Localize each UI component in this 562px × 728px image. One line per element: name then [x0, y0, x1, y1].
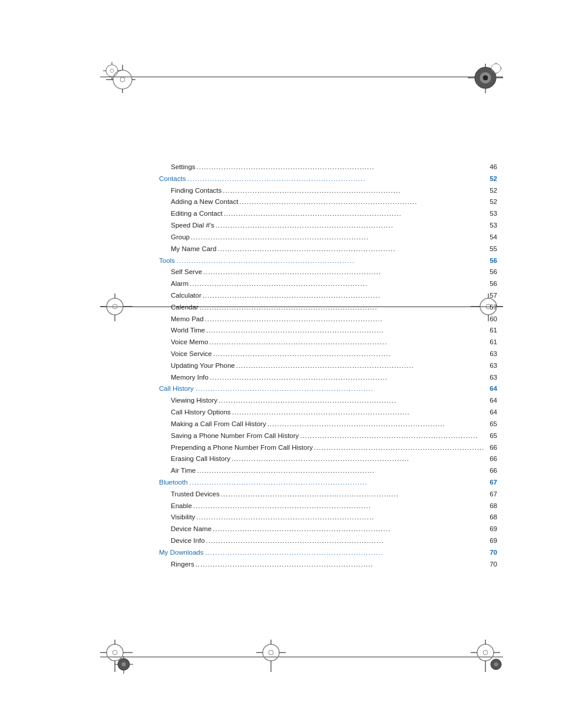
toc-entry-page: 52 — [484, 186, 497, 196]
toc-entry-page: 61 — [484, 337, 497, 348]
toc-section: My Downloads ...........................… — [159, 548, 497, 558]
toc-entry-page: 66 — [484, 454, 497, 465]
toc-entry-dots: ........................................… — [196, 162, 484, 173]
svg-point-19 — [491, 64, 501, 73]
toc-entry-label: Device Name — [171, 524, 211, 535]
toc-entry-label: Group — [171, 232, 190, 243]
svg-point-37 — [113, 650, 117, 655]
toc-section-dots: ........................................… — [175, 256, 484, 266]
toc-entry-dots: ........................................… — [216, 244, 484, 255]
toc-entry-page: 69 — [484, 536, 497, 546]
toc-entry: Air Time ...............................… — [159, 466, 497, 476]
svg-point-61 — [494, 663, 498, 667]
toc-entry-label: Memo Pad — [171, 314, 204, 325]
toc-entry-label: Ringers — [171, 559, 194, 570]
toc-entry-label: Memory Info — [171, 373, 209, 383]
toc-entry: Erasing Call History ...................… — [159, 454, 497, 465]
svg-point-1 — [120, 77, 125, 82]
svg-point-36 — [107, 644, 123, 661]
toc-section-label: Call History — [159, 384, 194, 394]
toc-section-label: Contacts — [159, 174, 186, 185]
toc-entry-dots: ........................................… — [217, 396, 484, 406]
toc-entry: Settings ...............................… — [159, 162, 497, 173]
toc-entry-page: 60 — [484, 314, 497, 325]
toc-entry: Prepending a Phone Number From Call Hist… — [159, 443, 497, 453]
svg-point-14 — [483, 75, 488, 80]
svg-point-49 — [269, 650, 273, 655]
toc-entry-label: Voice Service — [171, 349, 212, 360]
toc-entry-page: 65 — [484, 419, 497, 430]
toc-entry: Calendar ...............................… — [159, 302, 497, 313]
toc-entry-page: 63 — [484, 373, 497, 383]
toc-entry-label: Air Time — [171, 466, 196, 476]
toc-entry-label: Adding a New Contact — [171, 197, 238, 207]
page: Settings ...............................… — [0, 0, 562, 728]
corner-mark-bm — [253, 640, 289, 675]
toc-entry-dots: ........................................… — [190, 232, 484, 243]
toc-entry-page: 46 — [484, 162, 497, 173]
toc-entry-dots: ........................................… — [192, 501, 484, 512]
toc-entry-page: 57 — [484, 291, 497, 301]
corner-mark-bl — [100, 640, 135, 675]
toc-section-page: 64 — [484, 384, 497, 394]
toc-entry: Adding a New Contact ...................… — [159, 197, 497, 207]
toc-entry-page: 65 — [484, 431, 497, 442]
toc-entry: Group ..................................… — [159, 232, 497, 243]
toc-entry-dots: ........................................… — [266, 419, 484, 430]
toc-section: Contacts ...............................… — [159, 174, 497, 185]
toc-entry-page: 63 — [484, 349, 497, 360]
toc-entry-label: Viewing History — [171, 396, 217, 406]
toc-entry-dots: ........................................… — [238, 197, 484, 207]
toc-entry: Voice Service ..........................… — [159, 349, 497, 360]
toc-entry-label: Call History Options — [171, 407, 231, 418]
toc-entry: Viewing History ........................… — [159, 396, 497, 406]
toc-entry: Calculator .............................… — [159, 291, 497, 301]
svg-point-48 — [263, 644, 279, 661]
toc-section-label: Bluetooth — [159, 477, 188, 488]
toc-entry: Trusted Devices ........................… — [159, 489, 497, 500]
toc-entry-label: Finding Contacts — [171, 186, 222, 196]
toc-section-label: Tools — [159, 256, 175, 266]
toc-entry-page: 53 — [484, 209, 497, 219]
toc-entry-dots: ........................................… — [220, 489, 484, 500]
toc-entry: Updating Your Phone ....................… — [159, 361, 497, 371]
toc-section-page: 56 — [484, 256, 497, 266]
toc-entry-dots: ........................................… — [196, 466, 484, 476]
toc-section-page: 67 — [484, 477, 497, 488]
toc-entry: Alarm ..................................… — [159, 279, 497, 289]
toc-entry: Memo Pad ...............................… — [159, 314, 497, 325]
toc-entry-dots: ........................................… — [195, 512, 484, 523]
svg-point-6 — [106, 65, 118, 77]
toc-entry: Enable .................................… — [159, 501, 497, 512]
toc-entry-label: Voice Memo — [171, 337, 208, 348]
toc-entry-dots: ........................................… — [205, 536, 484, 546]
toc-entry-dots: ........................................… — [199, 302, 484, 313]
toc-entry-page: 53 — [484, 220, 497, 231]
toc-section-dots: ........................................… — [194, 384, 484, 394]
toc-section-page: 52 — [484, 174, 497, 185]
corner-mark-br — [468, 640, 503, 675]
toc-entry-label: Enable — [171, 501, 192, 512]
rule-bot — [100, 657, 503, 657]
toc-entry-dots: ........................................… — [214, 220, 484, 231]
toc-entry-label: Alarm — [171, 279, 189, 289]
toc-entry-page: 63 — [484, 361, 497, 371]
toc-entry-page: 64 — [484, 396, 497, 406]
toc-entry-dots: ........................................… — [208, 337, 484, 348]
toc-entry: Memory Info ............................… — [159, 373, 497, 383]
toc-entry-page: 66 — [484, 466, 497, 476]
toc-area: Settings ...............................… — [0, 162, 562, 569]
toc-entry: Call History Options ...................… — [159, 407, 497, 418]
toc-entry: Editing a Contact ......................… — [159, 209, 497, 219]
toc-section-page: 70 — [484, 548, 497, 558]
toc-entry: Making a Call From Call History ........… — [159, 419, 497, 430]
corner-mark-tr — [468, 59, 503, 94]
toc-entry-dots: ........................................… — [212, 349, 484, 360]
toc-entry-dots: ........................................… — [235, 361, 484, 371]
toc-entry-page: 70 — [484, 559, 497, 570]
toc-entry-page: 68 — [484, 501, 497, 512]
toc-entry: Finding Contacts .......................… — [159, 186, 497, 196]
toc-entry-label: Making a Call From Call History — [171, 419, 266, 430]
rule-top — [100, 77, 503, 77]
toc-entry-dots: ........................................… — [230, 454, 484, 465]
